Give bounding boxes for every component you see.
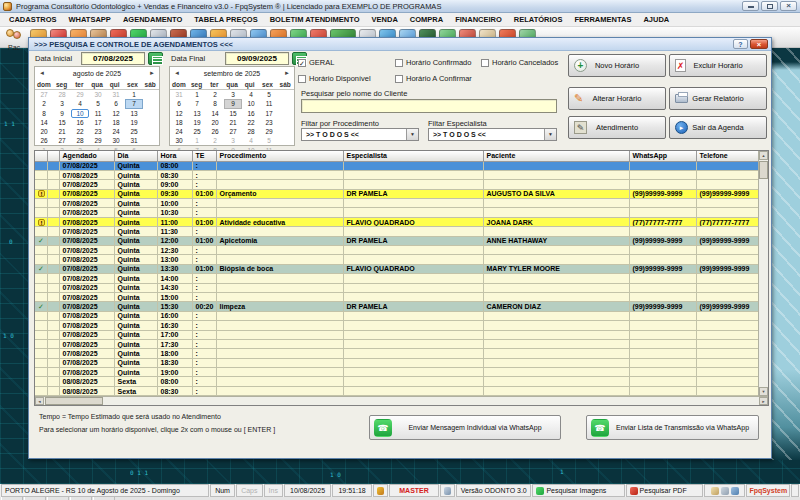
client-search-input[interactable] <box>301 99 557 113</box>
calendar-day[interactable]: 1 <box>125 90 143 99</box>
calendar-day[interactable]: 26 <box>35 136 53 145</box>
checkbox-hora-rio-confirmado[interactable]: Horário Confirmado <box>395 58 471 67</box>
prev-month-icon[interactable]: ◄ <box>170 70 184 76</box>
calendar-day[interactable]: 28 <box>71 136 89 145</box>
calendar-day[interactable]: 30 <box>170 136 188 145</box>
calendar-day[interactable]: 26 <box>206 127 224 136</box>
checkbox-hora-rio-cancelados[interactable]: Horário Cancelados <box>481 58 558 67</box>
checkbox-box[interactable] <box>481 59 489 67</box>
scroll-left-icon[interactable]: ◄ <box>35 397 44 405</box>
menu-item-whatsapp[interactable]: WHATSAPP <box>63 15 117 24</box>
chevron-down-icon[interactable]: ▼ <box>406 129 418 140</box>
next-month-icon[interactable]: ► <box>280 70 294 76</box>
calendar-day[interactable]: 12 <box>170 109 188 118</box>
checkbox-box[interactable] <box>298 75 306 83</box>
menu-item-boletim-atendimento[interactable]: BOLETIM ATENDIMENTO <box>264 15 366 24</box>
dialog-close-button[interactable]: × <box>750 39 768 49</box>
schedule-row[interactable]: 07/08/2025Quinta12:30: <box>35 246 760 255</box>
calendar-day[interactable]: 9 <box>53 109 71 118</box>
calendar-day[interactable]: 21 <box>224 118 242 127</box>
calendar-day[interactable]: 5 <box>89 99 107 108</box>
calendar-day[interactable]: 10 <box>242 99 260 108</box>
calendar-day[interactable]: 9 <box>224 99 242 108</box>
schedule-row[interactable]: 07/08/2025Quinta17:00: <box>35 330 760 339</box>
calendar-day[interactable]: 17 <box>260 109 278 118</box>
schedule-row[interactable]: 07/08/2025Quinta17:30: <box>35 339 760 348</box>
close-button[interactable]: × <box>780 1 797 11</box>
calendar-day[interactable]: 3 <box>224 90 242 99</box>
schedule-row[interactable]: ✓07/08/2025Quinta13:3001:00Biópsia de bo… <box>35 264 760 273</box>
schedule-row[interactable]: ✓07/08/2025Quinta15:3000:20limpezaDR PAM… <box>35 302 760 311</box>
calendar-day[interactable]: 4 <box>242 136 260 145</box>
calendar-day[interactable]: 30 <box>107 136 125 145</box>
schedule-row[interactable]: 07/08/2025Quinta08:00: <box>35 161 760 170</box>
calendar-day[interactable]: 5 <box>260 90 278 99</box>
calendar-day[interactable]: 30 <box>89 90 107 99</box>
excluir-hora-rio-button[interactable]: ✗Excluir Horário <box>669 54 767 77</box>
calendar-day[interactable]: 24 <box>170 127 188 136</box>
checkbox-hora-rio-disponi-vel[interactable]: Horário Disponível <box>298 74 371 83</box>
next-month-icon[interactable]: ► <box>145 70 159 76</box>
calendar-day[interactable]: 11 <box>89 109 107 118</box>
menu-item-tabela-prec-os[interactable]: TABELA PREÇOS <box>188 15 263 24</box>
horizontal-scrollbar[interactable]: ◄ ► <box>35 396 768 405</box>
calendar-day[interactable]: 1 <box>188 90 206 99</box>
schedule-row[interactable]: 07/08/2025Quinta18:30: <box>35 358 760 367</box>
schedule-row[interactable]: 07/08/2025Quinta10:30: <box>35 208 760 217</box>
calendar-day[interactable]: 19 <box>125 118 143 127</box>
menu-item-compra[interactable]: COMPRA <box>404 15 449 24</box>
calendar-day[interactable]: 16 <box>242 109 260 118</box>
calendar-day[interactable]: 20 <box>206 118 224 127</box>
calendar-day[interactable]: 4 <box>242 90 260 99</box>
scroll-right-icon[interactable]: ► <box>759 397 768 405</box>
checkbox-box[interactable] <box>395 59 403 67</box>
date-start-picker-icon[interactable] <box>148 52 163 65</box>
calendar-day[interactable]: 8 <box>35 109 53 118</box>
gerar-relato-rio-button[interactable]: Gerar Relatório <box>669 87 767 110</box>
calendar-day[interactable]: 27 <box>224 127 242 136</box>
menu-item-financeiro[interactable]: FINANCEIRO <box>449 15 508 24</box>
calendar-day[interactable]: 25 <box>125 127 143 136</box>
schedule-row[interactable]: 07/08/2025Quinta15:00: <box>35 292 760 301</box>
calendar-day[interactable]: 4 <box>71 99 89 108</box>
calendar-day[interactable]: 7 <box>188 99 206 108</box>
horizontal-scroll-thumb[interactable] <box>45 397 103 405</box>
send-broadcast-whatsapp-button[interactable]: ☎ Enviar Lista de Transmissão via WhatsA… <box>586 415 759 440</box>
calendar-day[interactable]: 8 <box>206 99 224 108</box>
menu-item-agendamento[interactable]: AGENDAMENTO <box>117 15 188 24</box>
filter-specialist-select[interactable]: >> T O D O S << ▼ <box>428 128 557 141</box>
schedule-row[interactable]: 07/08/2025Quinta19:00: <box>35 368 760 377</box>
calendar-day[interactable]: 6 <box>170 99 188 108</box>
schedule-row[interactable]: ✓07/08/2025Quinta12:0001:00ApicetomiaDR … <box>35 236 760 245</box>
calendar-day[interactable]: 31 <box>107 90 125 99</box>
scroll-down-icon[interactable]: ▼ <box>759 387 768 396</box>
checkbox-geral[interactable]: ✓GERAL <box>298 58 334 67</box>
menu-item-ajuda[interactable]: AJUDA <box>637 15 675 24</box>
date-start-input[interactable]: 07/08/2025 <box>81 52 145 65</box>
calendar-day[interactable]: 20 <box>35 127 53 136</box>
calendar-day[interactable]: 15 <box>53 118 71 127</box>
calendar-day[interactable]: 29 <box>89 136 107 145</box>
vertical-scroll-thumb[interactable] <box>759 161 768 179</box>
search-pdf-button[interactable]: Pesquisar PDF <box>626 484 703 497</box>
calendar-day[interactable]: 22 <box>71 127 89 136</box>
calendar-day[interactable]: 23 <box>89 127 107 136</box>
calendar-day[interactable]: 3 <box>224 136 242 145</box>
schedule-row[interactable]: 07/08/2025Quinta16:30: <box>35 321 760 330</box>
vertical-scrollbar[interactable]: ▲ ▼ <box>758 151 768 396</box>
menu-item-ferramentas[interactable]: FERRAMENTAS <box>568 15 637 24</box>
alterar-hora-rio-button[interactable]: ✎Alterar Horário <box>568 87 666 110</box>
calendar-day[interactable]: 2 <box>206 136 224 145</box>
send-individual-whatsapp-button[interactable]: ☎ Enviar Mensagem Individual via WhatsAp… <box>369 415 561 440</box>
calendar-day[interactable]: 13 <box>125 109 143 118</box>
novo-hora-rio-button[interactable]: +Novo Horário <box>568 54 666 77</box>
calendar-day[interactable]: 22 <box>242 118 260 127</box>
schedule-row[interactable]: 08/08/2025Sexta08:00: <box>35 377 760 386</box>
calendar-day[interactable]: 7 <box>125 99 143 108</box>
checkbox-hora-rio-a-confirmar[interactable]: Horário A Confirmar <box>395 74 472 83</box>
scroll-up-icon[interactable]: ▲ <box>759 151 768 160</box>
minimize-button[interactable] <box>742 1 759 11</box>
schedule-row[interactable]: 07/08/2025Quinta09:00: <box>35 180 760 189</box>
calendar-day[interactable]: 31 <box>170 90 188 99</box>
menu-item-relato-rios[interactable]: RELATÓRIOS <box>508 15 569 24</box>
